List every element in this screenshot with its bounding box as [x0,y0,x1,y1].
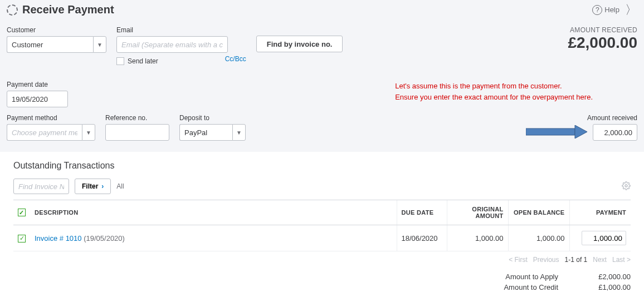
chevron-down-icon[interactable]: ▼ [232,124,246,141]
send-later-checkbox[interactable]: Send later [116,57,158,65]
filter-all[interactable]: All [116,182,124,190]
arrow-icon [526,125,587,138]
pager: < First Previous 1-1 of 1 Next Last > [13,256,631,264]
reference-input[interactable] [105,124,169,141]
amount-received-label: Amount received [526,114,637,122]
transactions-table: ✓ DESCRIPTION DUE DATE ORIGINAL AMOUNT O… [13,200,631,251]
deposit-select[interactable]: PayPal ▼ [179,124,246,141]
row-checkbox[interactable]: ✓ [18,235,26,242]
page-title: Receive Payment [22,3,114,16]
annotation-text: Let's assume this is the payment from th… [395,81,637,102]
invoice-link[interactable]: Invoice # 1010 [35,234,82,242]
outstanding-title: Outstanding Transactions [13,161,631,171]
pager-range: 1-1 of 1 [565,256,588,264]
help-icon: ? [592,5,602,15]
chevron-down-icon[interactable]: ▼ [93,36,106,53]
col-open: OPEN BALANCE [508,200,569,225]
amount-credit-value: £1,000.00 [580,283,631,291]
pager-prev[interactable]: Previous [533,256,559,264]
chevron-down-icon[interactable]: ▼ [82,124,95,141]
gear-icon[interactable] [622,181,631,192]
email-label: Email [116,26,246,34]
deposit-value: PayPal [179,124,232,141]
ccbcc-link[interactable]: Cc/Bcc [225,55,246,63]
col-original: ORIGINAL AMOUNT [447,200,508,225]
customer-value: Customer [7,36,93,53]
cell-open: 1,000.00 [508,225,569,251]
payment-input[interactable] [582,231,626,245]
filter-button[interactable]: Filter › [75,179,111,194]
email-input[interactable] [116,36,228,53]
deposit-label: Deposit to [179,114,246,122]
pager-first[interactable]: < First [509,256,528,264]
pager-next[interactable]: Next [593,256,607,264]
pager-last[interactable]: Last > [612,256,631,264]
recycle-icon [7,4,18,16]
invoice-date: (19/05/2020) [82,234,125,242]
cell-orig: 1,000.00 [447,225,508,251]
amount-received-header-label: AMOUNT RECEIVED [568,26,637,34]
col-description: DESCRIPTION [30,200,397,225]
cell-due: 18/06/2020 [397,225,447,251]
svg-marker-1 [575,125,587,138]
svg-point-2 [625,185,627,187]
payment-date-label: Payment date [7,81,68,88]
help-label: Help [604,6,619,14]
payment-method-input[interactable] [7,124,82,141]
help-button[interactable]: ? Help [592,5,619,15]
col-due: DUE DATE [397,200,447,225]
amount-apply-value: £2,000.00 [580,273,631,281]
payment-date-input[interactable] [7,91,68,107]
reference-label: Reference no. [105,114,169,122]
customer-label: Customer [7,26,106,34]
find-by-invoice-button[interactable]: Find by invoice no. [256,36,343,52]
close-icon[interactable]: 〉 [625,4,637,16]
chevron-right-icon: › [101,182,104,190]
payment-method-label: Payment method [7,114,95,122]
select-all-checkbox[interactable]: ✓ [18,209,26,216]
table-row: ✓ Invoice # 1010 (19/05/2020) 18/06/2020… [13,225,631,251]
amount-received-input[interactable] [593,124,637,141]
amount-received-header-value: £2,000.00 [568,34,637,52]
svg-rect-0 [526,128,575,135]
find-invoice-input[interactable] [13,179,69,194]
payment-method-select[interactable]: ▼ [7,124,95,141]
amount-apply-label: Amount to Apply [480,273,558,281]
amount-credit-label: Amount to Credit [480,283,558,291]
col-payment: PAYMENT [569,200,631,225]
customer-select[interactable]: Customer ▼ [7,36,106,53]
